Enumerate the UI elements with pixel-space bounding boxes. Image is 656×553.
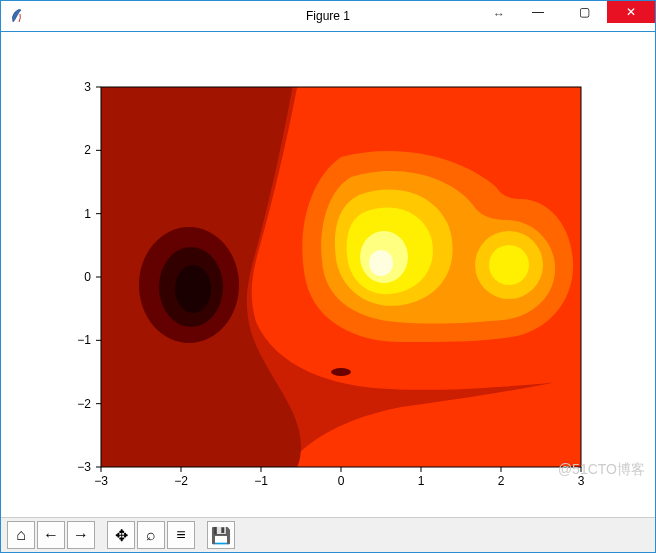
xtick-label: 1 xyxy=(418,474,425,488)
ytick-label: −3 xyxy=(77,460,91,474)
app-window: Figure 1 ↔ — ▢ ✕ xyxy=(0,0,656,553)
home-button[interactable]: ⌂ xyxy=(7,521,35,549)
contour-level-7 xyxy=(369,250,393,276)
titlebar: Figure 1 ↔ — ▢ ✕ xyxy=(1,1,655,32)
figure-canvas[interactable]: −3−2−10123 −3−2−10123 @51CTO博客 xyxy=(1,32,655,517)
ytick-label: 1 xyxy=(84,207,91,221)
contour-neg-4 xyxy=(175,265,211,313)
zoom-button[interactable]: ⌕ xyxy=(137,521,165,549)
configure-button[interactable]: ≡ xyxy=(167,521,195,549)
pan-button[interactable]: ✥ xyxy=(107,521,135,549)
forward-icon: → xyxy=(73,526,89,544)
close-button[interactable]: ✕ xyxy=(607,1,655,23)
app-icon xyxy=(9,8,25,24)
resize-icon: ↔ xyxy=(493,7,505,21)
back-icon: ← xyxy=(43,526,59,544)
home-icon: ⌂ xyxy=(16,526,26,544)
xtick-label: −2 xyxy=(174,474,188,488)
maximize-button[interactable]: ▢ xyxy=(561,1,607,23)
plot-svg: −3−2−10123 −3−2−10123 xyxy=(1,32,655,518)
xtick-label: 2 xyxy=(498,474,505,488)
save-button[interactable]: 💾 xyxy=(207,521,235,549)
window-controls: — ▢ ✕ xyxy=(515,1,655,23)
ytick-label: 3 xyxy=(84,80,91,94)
ytick-label: −1 xyxy=(77,333,91,347)
ytick-label: 2 xyxy=(84,143,91,157)
ytick-label: 0 xyxy=(84,270,91,284)
back-button[interactable]: ← xyxy=(37,521,65,549)
contour-level-5b xyxy=(489,245,529,285)
zoom-icon: ⌕ xyxy=(146,526,156,544)
watermark: @51CTO博客 xyxy=(558,461,645,479)
minimize-button[interactable]: — xyxy=(515,1,561,23)
pan-icon: ✥ xyxy=(115,526,128,545)
xtick-label: −1 xyxy=(254,474,268,488)
xtick-label: 0 xyxy=(338,474,345,488)
save-icon: 💾 xyxy=(211,526,231,545)
ytick-label: −2 xyxy=(77,397,91,411)
contour-small-dip xyxy=(331,368,351,376)
xtick-label: −3 xyxy=(94,474,108,488)
mpl-toolbar: ⌂ ← → ✥ ⌕ ≡ 💾 xyxy=(1,517,655,552)
forward-button[interactable]: → xyxy=(67,521,95,549)
sliders-icon: ≡ xyxy=(176,526,185,544)
